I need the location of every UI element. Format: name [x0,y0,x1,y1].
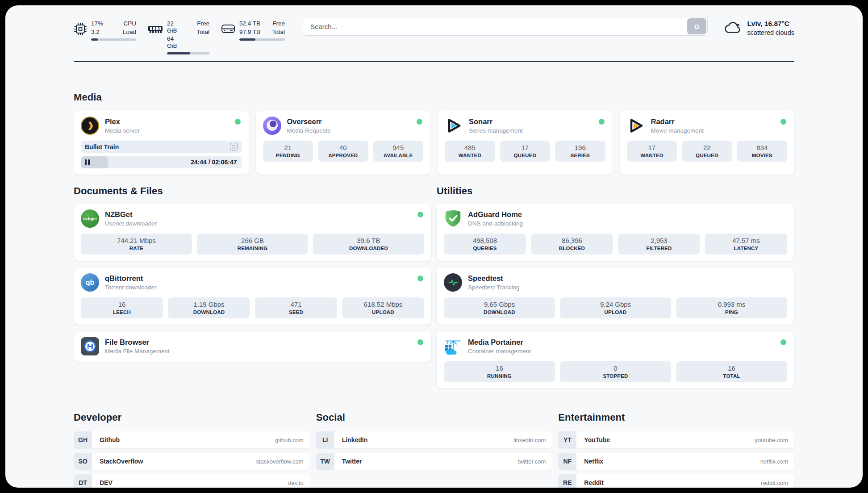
app-subtitle: Container management [468,348,531,355]
app-title: NZBGet [105,210,157,219]
card-sonarr[interactable]: Sonarr Series management 485 WANTED 17 Q… [438,111,613,175]
app-title: File Browser [105,338,170,347]
stat-label: STOPPED [562,373,669,379]
stat-label: WANTED [447,153,493,158]
memory-progress-fill [167,52,190,54]
section-title-utilities: Utilities [437,185,794,197]
stat-value: 471 [257,301,335,308]
nzbget-icon: nzbget [81,209,99,228]
playback-time: 24:44 / 02:06:47 [191,159,237,166]
bookmark-name: DEV [100,479,113,486]
stat-seed: 471 SEED [255,297,337,318]
stat-label: MOVIES [739,153,786,158]
stat-label: RATE [83,246,190,251]
stat-running: 16 RUNNING [444,361,555,382]
dashboard-panel: 17% 3.2 CPU Load [5,5,863,488]
radarr-icon [627,117,645,135]
cpu-icon [74,22,87,36]
sonarr-icon [445,117,463,135]
status-dot [417,339,423,345]
stat-label: PING [678,309,785,315]
cpu-usage-value: 17% [91,20,103,27]
qbittorrent-icon: qb [81,273,99,292]
card-filebrowser[interactable]: File Browser Media File Management [74,332,431,362]
bookmark-twitter[interactable]: TW Twitter twitter.com [316,453,552,470]
bookmark-netflix[interactable]: NF Netflix netflix.com [558,453,794,470]
bookmark-linkedin[interactable]: LI LinkedIn linkedin.com [316,431,552,448]
stat-download: 1.19 Gbps DOWNLOAD [168,297,250,318]
weather-condition: scattered clouds [747,29,794,36]
app-subtitle: Series management [469,127,523,134]
app-title: Radarr [651,117,704,126]
search-input[interactable] [303,17,708,36]
bookmark-name: LinkedIn [342,436,368,443]
cloud-icon [723,21,742,36]
bookmarks-entertainment: Entertainment YT YouTube youtube.com NF … [558,412,794,488]
section-documents: Documents & Files nzbget NZBGet Usenet d… [74,185,431,362]
bookmark-youtube[interactable]: YT YouTube youtube.com [558,431,794,448]
bookmark-name: YouTube [584,436,610,443]
bookmark-url: netflix.com [760,458,788,465]
plex-icon [81,117,99,135]
stat-remaining: 266 GB REMAINING [197,234,308,255]
card-radarr[interactable]: Radarr Movie management 17 WANTED 22 QUE… [620,111,795,175]
session-user-icon [230,143,238,150]
stat-label: AVAILABLE [375,153,422,158]
stat-label: WANTED [629,153,676,158]
stat-label: SEED [257,309,335,315]
stat-label: UPLOAD [344,309,422,315]
pause-icon[interactable] [85,159,90,165]
card-adguard[interactable]: AdGuard Home DNS and adblocking 498,508 … [437,204,794,261]
portainer-icon [444,337,462,355]
card-plex[interactable]: Plex Media server Bullet Train 24:44 / 0… [74,111,249,175]
bookmark-stackoverflow[interactable]: SO StackOverflow stackoverflow.com [74,453,310,470]
bookmark-abbr: NF [558,453,576,470]
stat-value: 21 [265,144,312,151]
adguard-icon [444,209,462,228]
overseerr-icon [263,117,281,135]
bookmark-dev[interactable]: DT DEV dev.to [74,474,310,488]
stat-value: 0 [562,364,669,372]
app-title: Overseerr [287,117,331,126]
memory-total-label: Total [196,29,209,36]
app-subtitle: Media Requests [287,127,331,134]
bookmark-name: Github [100,436,120,443]
stat-movies: 834 MOVIES [737,141,788,162]
bookmark-abbr: YT [558,431,576,448]
cpu-load-value: 3.2 [91,29,103,36]
app-subtitle: Media File Management [105,348,170,355]
section-title-social: Social [316,412,552,423]
bookmarks-social: Social LI LinkedIn linkedin.com TW Twitt… [316,412,552,474]
card-overseerr[interactable]: Overseerr Media Requests 21 PENDING 40 A… [256,111,431,175]
stat-filtered: 2,953 FILTERED [618,234,700,255]
stat-label: QUERIES [446,246,524,251]
now-playing-row: Bullet Train [81,141,242,153]
stat-label: QUEUED [502,153,549,158]
status-dot [599,119,605,125]
stat-label: LEECH [83,309,161,315]
stat-downloaded: 39.6 TB DOWNLOADED [313,234,424,255]
section-title-entertainment: Entertainment [558,412,794,423]
stat-value: 16 [83,301,161,308]
weather-widget[interactable]: Lviv, 16.87°C scattered clouds [723,20,794,36]
status-dot [780,119,786,125]
stat-label: LATENCY [707,246,785,251]
card-speedtest[interactable]: Speedtest Speedtest Tracking 9.65 Gbps D… [437,268,794,325]
card-qbittorrent[interactable]: qb qBittorrent Torrent downloader 16 LEE… [74,268,431,325]
bookmark-url: twitter.com [518,458,546,465]
section-title-media: Media [74,92,794,103]
status-dot [417,212,423,217]
bookmark-reddit[interactable]: RE Reddit reddit.com [558,474,794,488]
stat-label: REMAINING [199,246,306,251]
card-nzbget[interactable]: nzbget NZBGet Usenet downloader 744.21 M… [74,204,431,261]
search-engine-button[interactable]: G [687,18,706,34]
bookmark-github[interactable]: GH Github github.com [74,431,310,448]
stat-label: APPROVED [320,153,367,158]
card-portainer[interactable]: Media Portainer Container management 16 … [437,332,794,389]
bookmark-abbr: GH [74,431,92,448]
stat-label: FILTERED [620,246,698,251]
cpu-label: CPU [123,20,136,27]
app-subtitle: Speedtest Tracking [468,284,520,291]
stat-wanted: 485 WANTED [445,141,495,162]
stat-value: 485 [447,144,493,151]
